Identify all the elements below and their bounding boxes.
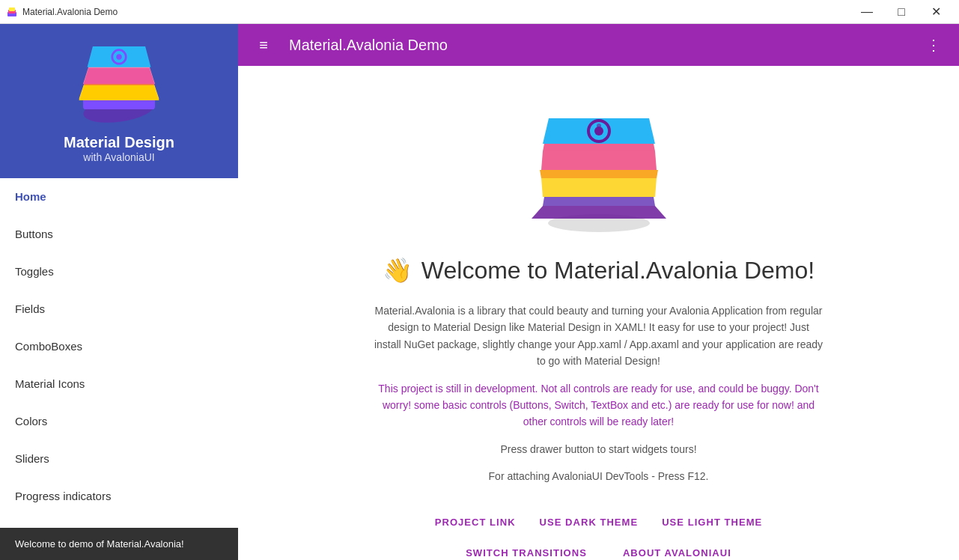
devtools-text: For attaching AvaloniaUI DevTools - Pres… — [374, 468, 823, 484]
paragraph2: This project is still in development. No… — [374, 380, 823, 430]
action-buttons-row1: PROJECT LINK USE DARK THEME USE LIGHT TH… — [432, 511, 765, 534]
sidebar-item-sliders[interactable]: Sliders — [0, 440, 238, 478]
svg-marker-17 — [541, 151, 657, 170]
switch-transitions-button[interactable]: SWITCH TRANSITIONS — [463, 541, 590, 560]
title-bar: Material.Avalonia Demo — □ ✕ — [0, 0, 959, 24]
sidebar: Material Design with AvaloniaUI Home But… — [0, 24, 238, 560]
main-content: ≡ Material.Avalonia Demo ⋮ — [238, 24, 959, 560]
use-light-theme-button[interactable]: USE LIGHT THEME — [659, 511, 765, 534]
title-bar-controls: — □ ✕ — [850, 0, 953, 24]
toolbar-menu-button[interactable]: ≡ — [250, 31, 277, 58]
welcome-emoji: 👋 — [383, 256, 412, 284]
welcome-title: Welcome to Material.Avalonia Demo! — [421, 257, 815, 284]
sidebar-item-fields[interactable]: Fields — [0, 290, 238, 328]
press-drawer-text: Press drawer button to start widgets tou… — [374, 441, 823, 457]
svg-marker-15 — [541, 178, 657, 197]
sidebar-nav: Home Buttons Toggles Fields ComboBoxes M… — [0, 178, 238, 560]
sidebar-subtitle: with AvaloniaUI — [83, 151, 154, 163]
sidebar-item-buttons[interactable]: Buttons — [0, 216, 238, 253]
title-bar-text: Material.Avalonia Demo — [22, 7, 850, 17]
sidebar-item-comboboxes[interactable]: ComboBoxes — [0, 328, 238, 365]
snackbar: Welcome to demo of Material.Avalonia! — [0, 528, 238, 560]
project-link-button[interactable]: PROJECT LINK — [432, 511, 519, 534]
close-button[interactable]: ✕ — [919, 0, 953, 24]
svg-point-11 — [116, 54, 121, 59]
svg-marker-8 — [83, 67, 155, 85]
app-icon — [6, 6, 18, 18]
svg-marker-6 — [79, 83, 159, 100]
svg-rect-2 — [9, 7, 15, 11]
sidebar-header: Material Design with AvaloniaUI — [0, 24, 238, 178]
welcome-body: Material.Avalonia is a library that coul… — [374, 302, 823, 496]
sidebar-item-home[interactable]: Home — [0, 178, 238, 216]
svg-marker-13 — [532, 206, 666, 219]
app-container: Material Design with AvaloniaUI Home But… — [0, 24, 959, 560]
minimize-button[interactable]: — — [850, 0, 884, 24]
maximize-button[interactable]: □ — [884, 0, 919, 24]
use-dark-theme-button[interactable]: USE DARK THEME — [537, 511, 642, 534]
about-avaloniaui-button[interactable]: ABOUT AVALONIAUI — [620, 541, 734, 560]
page-content: 👋 Welcome to Material.Avalonia Demo! Mat… — [238, 66, 959, 560]
sidebar-item-material-icons[interactable]: Material Icons — [0, 365, 238, 403]
snackbar-text: Welcome to demo of Material.Avalonia! — [15, 538, 184, 550]
sidebar-title: Material Design — [64, 133, 174, 151]
svg-marker-18 — [543, 144, 655, 151]
svg-marker-14 — [543, 197, 655, 206]
paragraph1: Material.Avalonia is a library that coul… — [374, 302, 823, 370]
svg-point-22 — [597, 124, 601, 128]
toolbar-title: Material.Avalonia Demo — [289, 37, 920, 54]
sidebar-item-colors[interactable]: Colors — [0, 403, 238, 440]
action-buttons-row2: SWITCH TRANSITIONS ABOUT AVALONIAUI — [463, 541, 734, 560]
sidebar-logo — [74, 42, 164, 124]
toolbar: ≡ Material.Avalonia Demo ⋮ — [238, 24, 959, 66]
svg-marker-16 — [540, 170, 658, 178]
sidebar-item-progress-indicators[interactable]: Progress indicators — [0, 478, 238, 515]
toolbar-more-button[interactable]: ⋮ — [920, 31, 947, 58]
logo-illustration — [520, 90, 678, 235]
sidebar-item-toggles[interactable]: Toggles — [0, 253, 238, 290]
welcome-heading: 👋 Welcome to Material.Avalonia Demo! — [383, 256, 815, 284]
